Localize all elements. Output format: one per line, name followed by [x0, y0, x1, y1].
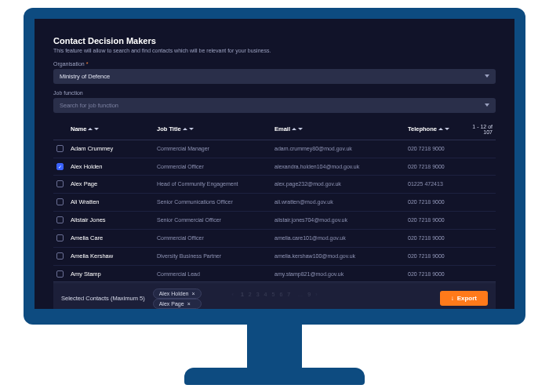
cell-telephone: 020 7218 9000: [408, 271, 471, 277]
cell-job-title: Commercial Manager: [157, 146, 274, 151]
cell-telephone: 01225 472413: [408, 181, 471, 187]
cell-telephone: 020 7218 9000: [408, 217, 471, 223]
table-row: Ali WrattenSenior Communications Officer…: [53, 194, 496, 212]
row-checkbox[interactable]: [56, 270, 64, 278]
cell-email: amy.stamp821@mod.gov.uk: [274, 271, 408, 277]
selected-chip[interactable]: Alex Page×: [153, 299, 202, 309]
cell-job-title: Senior Commercial Officer: [157, 217, 274, 223]
cell-job-title: Diversity Business Partner: [157, 253, 274, 259]
sort-up-icon: [438, 128, 443, 130]
cell-job-title: Commercial Officer: [157, 164, 274, 169]
organisation-label: Organisation *: [53, 61, 496, 67]
cell-name: Alex Page: [71, 180, 157, 187]
table-row: Alistair JonesSenior Commercial Officera…: [53, 212, 496, 230]
sort-up-icon: [88, 128, 93, 130]
cell-job-title: Commercial Officer: [157, 235, 274, 241]
close-icon[interactable]: ×: [191, 291, 195, 296]
sort-down-icon: [189, 128, 194, 130]
export-button[interactable]: ↓ Export: [440, 291, 488, 306]
cell-telephone: 020 7218 9000: [408, 164, 471, 169]
table-header-row: Name Job Title Email Telephone 1 - 12 of…: [53, 119, 496, 140]
cell-name: Amelia Kershaw: [71, 252, 157, 260]
chevron-down-icon: [485, 103, 489, 107]
cell-name: Ali Wratten: [71, 198, 157, 205]
cell-job-title: Senior Communications Officer: [157, 199, 274, 205]
cell-telephone: 020 7218 9000: [408, 146, 471, 151]
cell-email: alistair.jones704@mod.gov.uk: [274, 217, 408, 223]
row-checkbox[interactable]: [56, 145, 64, 152]
cell-email: alexandra.holden104@mod.gov.uk: [274, 164, 408, 169]
cell-email: alex.page232@mod.gov.uk: [274, 181, 408, 187]
table-row: ✓Alex HoldenCommercial Officeralexandra.…: [53, 158, 496, 176]
cell-name: Alex Holden: [71, 163, 157, 170]
organisation-select[interactable]: Ministry of Defence: [53, 69, 496, 84]
table-row: Amelia KershawDiversity Business Partner…: [53, 248, 496, 266]
col-header-name[interactable]: Name: [71, 124, 157, 135]
job-function-placeholder: Search for job function: [60, 102, 118, 109]
col-header-telephone[interactable]: Telephone: [408, 124, 471, 135]
cell-name: Adam Crummey: [71, 145, 157, 152]
monitor-stand-base: [184, 368, 365, 385]
row-checkbox[interactable]: [56, 252, 64, 260]
job-function-search[interactable]: Search for job function: [53, 98, 496, 113]
cell-telephone: 020 7218 9000: [408, 235, 471, 241]
selected-label: Selected Contacts (Maximum 5): [61, 295, 145, 302]
download-icon: ↓: [451, 295, 454, 302]
selected-contacts-bar: Selected Contacts (Maximum 5) Alex Holde…: [53, 281, 496, 309]
organisation-value: Ministry of Defence: [60, 73, 110, 80]
chevron-down-icon: [485, 74, 489, 78]
table-row: Adam CrummeyCommercial Manageradam.crumm…: [53, 140, 496, 158]
page-title: Contact Decision Makers: [53, 36, 496, 45]
selected-chip[interactable]: Alex Holden×: [153, 289, 202, 299]
cell-job-title: Head of Community Engagement: [157, 181, 274, 187]
row-checkbox[interactable]: [56, 216, 64, 223]
row-checkbox[interactable]: [56, 180, 64, 187]
cell-email: amelia.kershaw100@mod.gov.uk: [274, 253, 408, 259]
sort-up-icon: [292, 128, 296, 130]
row-checkbox[interactable]: [56, 234, 64, 241]
cell-name: Alistair Jones: [71, 216, 157, 223]
cell-name: Amy Stamp: [71, 270, 157, 278]
monitor-bezel: Contact Decision Makers This feature wil…: [24, 8, 525, 325]
sort-down-icon: [94, 128, 99, 130]
job-function-label: Job function: [53, 90, 496, 96]
monitor-frame: Contact Decision Makers This feature wil…: [24, 8, 525, 385]
cell-email: ali.wratten@mod.gov.uk: [274, 199, 408, 205]
sort-up-icon: [183, 128, 187, 130]
cell-telephone: 020 7218 9000: [408, 253, 471, 259]
cell-job-title: Commercial Lead: [157, 271, 274, 277]
sort-down-icon: [298, 128, 303, 130]
table-row: Amelia CareCommercial Officeramelia.care…: [53, 230, 496, 248]
close-icon[interactable]: ×: [187, 301, 191, 307]
cell-email: amelia.care101@mod.gov.uk: [274, 235, 408, 241]
col-header-job-title[interactable]: Job Title: [157, 124, 274, 135]
page-subtitle: This feature will allow to search and fi…: [53, 48, 496, 53]
app-screen: Contact Decision Makers This feature wil…: [35, 19, 514, 309]
row-checkbox[interactable]: [56, 198, 64, 205]
sort-down-icon: [445, 128, 449, 130]
row-checkbox[interactable]: ✓: [56, 163, 64, 170]
table-row: Alex PageHead of Community Engagementale…: [53, 176, 496, 194]
col-header-email[interactable]: Email: [274, 124, 408, 135]
cell-telephone: 020 7218 9000: [408, 199, 471, 205]
monitor-stand-neck: [247, 325, 302, 368]
result-range: 1 - 12 of 107: [471, 124, 493, 135]
cell-email: adam.crummey80@mod.gov.uk: [274, 146, 408, 151]
cell-name: Amelia Care: [71, 234, 157, 241]
table-body: Adam CrummeyCommercial Manageradam.crumm…: [53, 140, 496, 284]
